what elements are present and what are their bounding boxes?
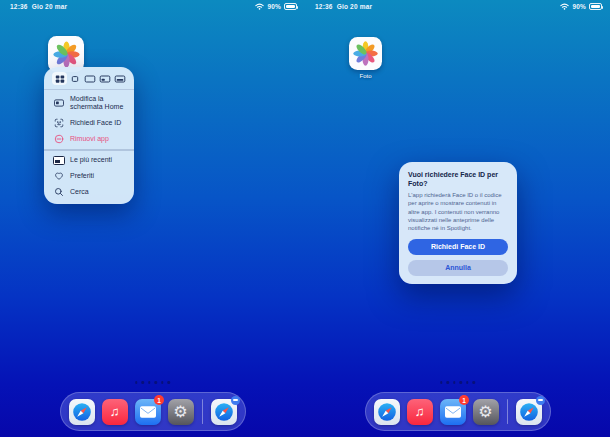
dock-divider xyxy=(507,399,508,424)
page-dots[interactable] xyxy=(440,381,476,384)
window-controls-row xyxy=(44,67,134,90)
menu-item-label: Preferiti xyxy=(70,172,125,180)
menu-item-label: Cerca xyxy=(70,188,125,196)
mail-icon[interactable]: 1 xyxy=(440,399,466,425)
menu-item-label: Le più recenti xyxy=(70,156,125,164)
mail-badge: 1 xyxy=(459,395,469,405)
safari-icon[interactable] xyxy=(69,399,95,425)
wifi-icon xyxy=(255,3,264,10)
window-control-fullscreen-icon[interactable] xyxy=(82,72,97,85)
dialog-title: Vuoi richiedere Face ID per Foto? xyxy=(408,170,508,188)
ipad-screenshot-left: 12:36 Gio 20 mar 90% xyxy=(0,0,305,437)
menu-separator xyxy=(44,149,134,151)
remove-minus-circle-icon xyxy=(53,134,65,144)
status-bar: 12:36 Gio 20 mar 90% xyxy=(0,1,305,13)
battery-percent: 90% xyxy=(267,3,281,10)
face-id-icon xyxy=(53,118,65,128)
window-control-slideover-icon[interactable] xyxy=(112,72,127,85)
page-dots[interactable] xyxy=(135,381,171,384)
battery-icon xyxy=(284,3,297,10)
settings-icon[interactable]: ⚙ xyxy=(473,399,499,425)
safari-recent-icon[interactable] xyxy=(211,399,237,425)
photos-app-icon[interactable] xyxy=(349,37,382,70)
status-time: 12:36 xyxy=(10,3,28,10)
cancel-button[interactable]: Annulla xyxy=(408,260,508,276)
safari-recent-icon[interactable] xyxy=(516,399,542,425)
window-control-window-icon[interactable] xyxy=(67,72,82,85)
battery-icon xyxy=(589,3,602,10)
ipad-screenshot-right: 12:36 Gio 20 mar 90% xyxy=(305,0,610,437)
photos-flower-icon xyxy=(352,40,379,67)
mail-icon[interactable]: 1 xyxy=(135,399,161,425)
dialog-body: L'app richiederà Face ID o il codice per… xyxy=(408,191,508,232)
menu-item-search[interactable]: Cerca xyxy=(44,184,134,200)
app-label: Foto xyxy=(344,73,388,79)
face-id-dialog: Vuoi richiedere Face ID per Foto? L'app … xyxy=(399,162,517,284)
menu-item-label: Richiedi Face ID xyxy=(70,119,125,127)
status-bar: 12:36 Gio 20 mar 90% xyxy=(305,1,610,13)
dock-divider xyxy=(202,399,203,424)
mail-badge: 1 xyxy=(154,395,164,405)
menu-item-remove-app[interactable]: Rimuovi app xyxy=(44,131,134,147)
heart-icon xyxy=(53,171,65,181)
menu-item-require-face-id[interactable]: Richiedi Face ID xyxy=(44,115,134,131)
window-control-splitview-icon[interactable] xyxy=(97,72,112,85)
safari-icon[interactable] xyxy=(374,399,400,425)
handoff-badge-icon xyxy=(231,396,240,405)
menu-item-favorites[interactable]: Preferiti xyxy=(44,168,134,184)
battery-percent: 90% xyxy=(572,3,586,10)
menu-item-recents[interactable]: Le più recenti xyxy=(44,153,134,168)
app-context-menu: Modifica la schermata Home Richiedi Face… xyxy=(44,67,134,204)
dock: ♫ 1 ⚙ xyxy=(60,392,246,431)
require-face-id-button[interactable]: Richiedi Face ID xyxy=(408,239,508,255)
edit-home-screen-icon xyxy=(53,98,65,108)
status-time: 12:36 xyxy=(315,3,333,10)
recents-thumbnail-icon xyxy=(53,156,65,165)
music-icon[interactable]: ♫ xyxy=(407,399,433,425)
handoff-badge-icon xyxy=(536,396,545,405)
music-icon[interactable]: ♫ xyxy=(102,399,128,425)
dock: ♫ 1 ⚙ xyxy=(365,392,551,431)
window-control-grid-icon[interactable] xyxy=(52,72,67,85)
menu-item-edit-home-screen[interactable]: Modifica la schermata Home xyxy=(44,92,134,115)
search-icon xyxy=(53,187,65,197)
menu-item-label: Modifica la schermata Home xyxy=(70,95,125,112)
menu-item-label: Rimuovi app xyxy=(70,135,125,143)
wifi-icon xyxy=(560,3,569,10)
photos-flower-icon xyxy=(52,40,81,69)
status-date: Gio 20 mar xyxy=(337,3,373,10)
settings-icon[interactable]: ⚙ xyxy=(168,399,194,425)
status-date: Gio 20 mar xyxy=(32,3,68,10)
